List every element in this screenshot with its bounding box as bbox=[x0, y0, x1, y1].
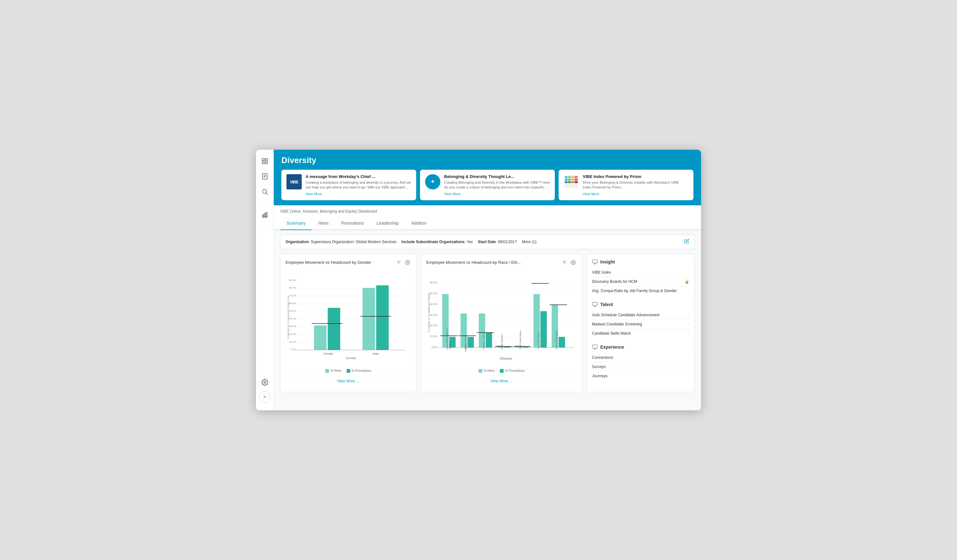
filter-org-label: Organization bbox=[286, 240, 309, 244]
svg-point-34 bbox=[407, 262, 408, 263]
svg-text:0.0%: 0.0% bbox=[291, 348, 296, 351]
promo-card-belonging: Belonging & Diversity Thought Le... Crea… bbox=[420, 170, 555, 200]
svg-text:American...: American... bbox=[464, 341, 466, 352]
chart-gender-settings-icon[interactable] bbox=[404, 259, 411, 266]
promo-link-prism[interactable]: View More bbox=[583, 192, 689, 196]
talent-icon bbox=[592, 301, 598, 307]
chart-race-settings-icon[interactable] bbox=[570, 259, 577, 266]
filter-start-date: Start Date 09/01/2017 bbox=[478, 240, 517, 244]
tab-attrition[interactable]: Attrition bbox=[405, 217, 433, 230]
svg-text:10.0%: 10.0% bbox=[289, 341, 296, 343]
promo-title-belonging: Belonging & Diversity Thought Le... bbox=[444, 174, 550, 179]
svg-rect-28 bbox=[568, 181, 571, 183]
chart-gender-header: Employee Movement vs Headcount by Gender bbox=[286, 259, 411, 266]
svg-rect-59 bbox=[362, 288, 375, 350]
insight-item-masked-screening[interactable]: Masked Candidate Screening › bbox=[592, 320, 689, 329]
sidebar-icon-grid[interactable] bbox=[259, 155, 271, 167]
svg-rect-30 bbox=[575, 181, 578, 183]
chart-race-legend: % Hires % Promotions bbox=[426, 369, 577, 373]
chart-gender-legend: % Hires % Promotions bbox=[286, 369, 411, 373]
legend-hires: % Hires bbox=[325, 369, 341, 373]
promo-title-prism: VIBE Index Powered by Prism bbox=[583, 174, 689, 179]
insight-section-talent-title: Talent bbox=[592, 301, 689, 307]
svg-rect-104 bbox=[559, 337, 565, 348]
chart-gender-svg: 0.0% 10.0% 20.0% 30.0% 40.0% 50.0% 60.0%… bbox=[286, 270, 411, 365]
insight-item-auto-schedule[interactable]: Auto Schedule Candidate Advancement › bbox=[592, 311, 689, 320]
legend-hires-label: % Hires bbox=[330, 369, 341, 372]
svg-rect-25 bbox=[571, 178, 574, 180]
tab-promotions[interactable]: Promotions bbox=[335, 217, 370, 230]
legend-promotions: % Promotions bbox=[347, 369, 371, 373]
journeys-arrow: › bbox=[688, 374, 689, 378]
chart-race-controls bbox=[561, 259, 577, 266]
svg-rect-13 bbox=[266, 213, 267, 218]
svg-rect-56 bbox=[314, 325, 327, 350]
sidebar-toggle-button[interactable]: > bbox=[259, 391, 270, 403]
sidebar-icon-report[interactable] bbox=[259, 170, 271, 183]
svg-point-68 bbox=[573, 262, 574, 263]
filter-bar: Organization Supervisory Organization: G… bbox=[280, 235, 695, 249]
chart-race-svg: 0.0% 10.0% 20.0% 30.0% 40.0% 50.0% 60.0%… bbox=[426, 270, 577, 365]
insight-item-surveys[interactable]: Surveys bbox=[592, 362, 689, 372]
svg-rect-24 bbox=[568, 178, 571, 180]
insight-item-connections[interactable]: Connections › bbox=[592, 353, 689, 362]
promo-logo-vibe: VIBE bbox=[286, 174, 302, 189]
svg-text:Female: Female bbox=[324, 352, 333, 355]
svg-rect-119 bbox=[593, 302, 597, 306]
tab-hires[interactable]: Hires bbox=[312, 217, 335, 230]
tab-summary[interactable]: Summary bbox=[280, 217, 312, 230]
svg-rect-1 bbox=[265, 159, 267, 161]
svg-text:20.0%: 20.0% bbox=[430, 324, 437, 327]
page-title: Diversity bbox=[281, 155, 693, 165]
filter-more[interactable]: More (1) bbox=[522, 240, 536, 244]
svg-text:60.0%: 60.0% bbox=[289, 302, 296, 305]
chart-gender-filter-icon[interactable] bbox=[395, 259, 402, 266]
filter-subordinate: Include Subordinate Organizations Yes bbox=[401, 240, 473, 244]
svg-text:Two or More Races...: Two or More Races... bbox=[537, 330, 540, 349]
promo-desc-prism: Drive your Belonging & Diversity insight… bbox=[583, 180, 689, 190]
race-legend-hires-label: % Hires bbox=[483, 369, 495, 372]
insight-item-compa-ratio[interactable]: Avg. Compa-Ratio by Job Family Group & G… bbox=[592, 286, 689, 295]
svg-text:40.0%: 40.0% bbox=[289, 317, 296, 320]
chart-race-view-more[interactable]: View More ... bbox=[426, 376, 577, 383]
svg-rect-29 bbox=[571, 181, 574, 183]
svg-text:50.0%: 50.0% bbox=[430, 292, 437, 295]
candidate-skills-arrow: › bbox=[688, 331, 689, 336]
svg-rect-3 bbox=[265, 162, 267, 164]
filter-edit-button[interactable] bbox=[684, 239, 689, 245]
sidebar-divider bbox=[260, 203, 270, 203]
sidebar-icon-search[interactable] bbox=[259, 185, 271, 198]
svg-rect-92 bbox=[485, 333, 492, 347]
svg-text:Other (United States...: Other (United States... bbox=[519, 329, 521, 349]
promo-content-prism: VIBE Index Powered by Prism Drive your B… bbox=[583, 174, 689, 196]
tab-leadership[interactable]: Leadership bbox=[370, 217, 405, 230]
svg-line-9 bbox=[266, 193, 268, 194]
svg-marker-17 bbox=[431, 184, 434, 186]
chart-gender-view-more[interactable]: View More ... bbox=[286, 376, 411, 383]
promo-link-vibe[interactable]: View More bbox=[306, 192, 411, 196]
svg-text:90.0%: 90.0% bbox=[289, 279, 296, 282]
promo-logo-bt bbox=[425, 174, 441, 189]
chart-race-header: Employee Movement vs Headcount by Race /… bbox=[426, 259, 577, 266]
sidebar: > bbox=[256, 150, 274, 410]
insight-section-insight-title: Insight bbox=[592, 259, 689, 265]
svg-rect-0 bbox=[262, 159, 264, 161]
promo-desc-vibe: Creating a workplace of belonging and di… bbox=[306, 180, 411, 190]
svg-text:Native Hawaiian...: Native Hawaiian... bbox=[501, 333, 503, 349]
svg-point-8 bbox=[262, 189, 267, 194]
insight-item-vibe-index[interactable]: VIBE Index › bbox=[592, 268, 689, 277]
svg-text:20.0%: 20.0% bbox=[289, 333, 296, 335]
chart-race-filter-icon[interactable] bbox=[561, 259, 568, 266]
filter-date-value: 09/01/2017 bbox=[498, 240, 517, 244]
insight-item-journeys[interactable]: Journeys › bbox=[592, 372, 689, 380]
insight-item-discovery-boards[interactable]: Discovery Boards for HCM 🔒 bbox=[592, 277, 689, 286]
sidebar-icon-settings[interactable] bbox=[259, 376, 271, 389]
promo-link-belonging[interactable]: View More bbox=[444, 192, 550, 196]
sidebar-icon-chart[interactable] bbox=[259, 208, 271, 221]
svg-rect-122 bbox=[593, 345, 597, 348]
svg-rect-27 bbox=[565, 181, 567, 183]
insight-section-insight: Insight VIBE Index › Discovery Boards fo… bbox=[592, 259, 689, 295]
chart-gender-card: Employee Movement vs Headcount by Gender bbox=[280, 254, 417, 392]
svg-rect-21 bbox=[571, 176, 574, 178]
insight-item-candidate-skills[interactable]: Candidate Skills Match › bbox=[592, 329, 689, 338]
